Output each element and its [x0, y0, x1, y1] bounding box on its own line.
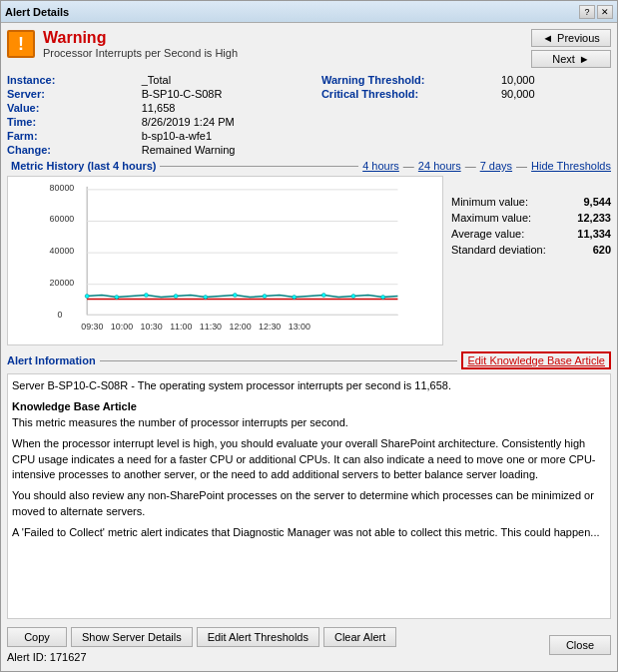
svg-point-18 — [233, 294, 237, 298]
svg-text:60000: 60000 — [50, 214, 75, 224]
svg-point-21 — [321, 294, 325, 298]
svg-text:09:30: 09:30 — [81, 322, 103, 332]
svg-text:11:30: 11:30 — [200, 322, 222, 332]
24hours-link[interactable]: 24 hours — [418, 160, 461, 172]
alert-subtitle: Processor Interrupts per Second is High — [43, 47, 238, 59]
max-value-row: Maximum value: 12,233 — [451, 212, 611, 224]
7days-link[interactable]: 7 days — [480, 160, 512, 172]
previous-label: Previous — [557, 32, 600, 44]
svg-point-22 — [351, 295, 355, 299]
svg-text:40000: 40000 — [50, 246, 75, 256]
close-button[interactable]: Close — [549, 635, 611, 655]
alert-details-window: Alert Details ? ✕ ! Warning Processor In… — [0, 0, 618, 672]
svg-text:11:00: 11:00 — [170, 322, 192, 332]
copy-button[interactable]: Copy — [7, 627, 67, 647]
critical-threshold-label: Critical Threshold: — [321, 88, 491, 100]
bottom-left: Copy Show Server Details Edit Alert Thre… — [7, 627, 396, 663]
svg-text:10:30: 10:30 — [141, 322, 163, 332]
chart-area: 80000 60000 40000 20000 0 — [7, 176, 443, 345]
alert-id: Alert ID: 171627 — [7, 651, 396, 663]
svg-point-17 — [204, 296, 208, 300]
time-label: Time: — [7, 116, 132, 128]
alert-info-header: Alert Information Edit Knowledge Base Ar… — [7, 351, 611, 369]
close-window-button[interactable]: ✕ — [597, 5, 613, 19]
bottom-bar: Copy Show Server Details Edit Alert Thre… — [7, 623, 611, 665]
svg-point-13 — [85, 295, 89, 299]
value-label: Value: — [7, 102, 132, 114]
farm-label: Farm: — [7, 130, 132, 142]
alert-info-title: Alert Information — [7, 354, 96, 366]
metric-history-header: Metric History (last 4 hours) 4 hours — … — [7, 160, 611, 172]
4hours-link[interactable]: 4 hours — [362, 160, 399, 172]
edit-alert-thresholds-button[interactable]: Edit Alert Thresholds — [197, 627, 319, 647]
warning-threshold-label: Warning Threshold: — [321, 74, 491, 86]
svg-point-15 — [144, 294, 148, 298]
std-value: 620 — [593, 244, 611, 256]
nav-buttons: ◄ Previous Next ► — [531, 29, 611, 68]
metric-container: 80000 60000 40000 20000 0 — [7, 176, 611, 345]
instance-value: _Total — [142, 74, 311, 86]
edit-kb-button[interactable]: Edit Knowledge Base Article — [461, 351, 611, 369]
svg-point-20 — [293, 296, 297, 300]
alert-title-block: Warning Processor Interrupts per Second … — [43, 29, 238, 59]
max-value: 12,233 — [577, 212, 611, 224]
svg-point-19 — [263, 295, 267, 299]
next-label: Next — [552, 53, 575, 65]
title-bar-buttons: ? ✕ — [579, 5, 613, 19]
change-label: Change: — [7, 144, 132, 156]
hide-thresholds-link[interactable]: Hide Thresholds — [531, 160, 611, 172]
alert-type: Warning — [43, 29, 238, 47]
svg-text:13:00: 13:00 — [289, 322, 310, 332]
avg-value-row: Average value: 11,334 — [451, 228, 611, 240]
svg-text:20000: 20000 — [50, 278, 75, 288]
change-value: Remained Warning — [142, 144, 311, 156]
alert-icon-title: ! Warning Processor Interrupts per Secon… — [7, 29, 238, 59]
alert-info-text-area[interactable]: Server B-SP10-C-S08R - The operating sys… — [7, 373, 611, 619]
alert-header: ! Warning Processor Interrupts per Secon… — [7, 29, 611, 68]
metric-chart: 80000 60000 40000 20000 0 — [8, 177, 442, 344]
std-label: Standard deviation: — [451, 244, 546, 256]
farm-value: b-sp10-a-wfe1 — [142, 130, 311, 142]
help-button[interactable]: ? — [579, 5, 595, 19]
alert-kb-body2: You should also review any non-SharePoin… — [12, 488, 606, 519]
std-value-row: Standard deviation: 620 — [451, 244, 611, 256]
critical-threshold-value: 90,000 — [501, 88, 611, 100]
show-server-details-button[interactable]: Show Server Details — [71, 627, 193, 647]
server-label: Server: — [7, 88, 132, 100]
avg-label: Average value: — [451, 228, 524, 240]
min-value: 9,544 — [583, 196, 611, 208]
warning-threshold-value: 10,000 — [501, 74, 611, 86]
server-value: B-SP10-C-S08R — [142, 88, 311, 100]
chart-stats: Minimum value: 9,544 Maximum value: 12,2… — [451, 176, 611, 345]
title-bar: Alert Details ? ✕ — [1, 1, 617, 23]
svg-text:12:30: 12:30 — [259, 322, 281, 332]
max-label: Maximum value: — [451, 212, 531, 224]
main-content: ! Warning Processor Interrupts per Secon… — [1, 23, 617, 671]
alert-text-1: Server B-SP10-C-S08R - The operating sys… — [12, 378, 606, 393]
avg-value: 11,334 — [577, 228, 611, 240]
previous-arrow-icon: ◄ — [542, 32, 553, 44]
svg-point-14 — [115, 296, 119, 300]
value-value: 11,658 — [142, 102, 311, 114]
min-label: Minimum value: — [451, 196, 528, 208]
time-value: 8/26/2019 1:24 PM — [142, 116, 311, 128]
svg-point-16 — [174, 295, 178, 299]
bottom-buttons: Copy Show Server Details Edit Alert Thre… — [7, 627, 396, 647]
alert-kb-title: Knowledge Base Article This metric measu… — [12, 399, 606, 430]
metric-history-title: Metric History (last 4 hours) — [11, 160, 156, 172]
alert-kb-body3: A 'Failed to Collect' metric alert indic… — [12, 525, 606, 540]
previous-button[interactable]: ◄ Previous — [531, 29, 611, 47]
next-button[interactable]: Next ► — [531, 50, 611, 68]
clear-alert-button[interactable]: Clear Alert — [323, 627, 396, 647]
next-arrow-icon: ► — [579, 53, 590, 65]
svg-text:80000: 80000 — [50, 183, 75, 193]
svg-text:10:00: 10:00 — [111, 322, 133, 332]
svg-point-23 — [381, 296, 385, 300]
min-value-row: Minimum value: 9,544 — [451, 196, 611, 208]
svg-text:12:00: 12:00 — [229, 322, 251, 332]
info-grid: Instance: _Total Warning Threshold: 10,0… — [7, 74, 611, 156]
alert-information-section: Alert Information Edit Knowledge Base Ar… — [7, 351, 611, 619]
warning-icon: ! — [7, 30, 35, 58]
alert-kb-body1: When the processor interrupt level is hi… — [12, 436, 606, 482]
svg-text:0: 0 — [58, 310, 63, 320]
